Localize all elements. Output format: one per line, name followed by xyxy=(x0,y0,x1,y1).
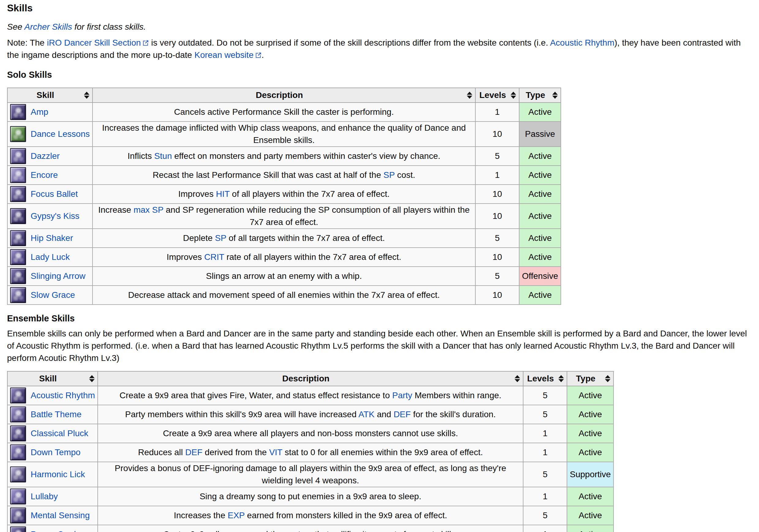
description-cell: Increase max SP and SP regeneration whil… xyxy=(93,204,475,229)
description-cell: Increases the EXP earned from monsters k… xyxy=(98,506,523,525)
levels-cell: 5 xyxy=(475,267,519,285)
table-row: Battle ThemeParty members within this sk… xyxy=(7,405,614,424)
exp-link[interactable]: EXP xyxy=(227,511,245,520)
skill-link[interactable]: Encore xyxy=(31,169,58,181)
header-row: SkillDescriptionLevelsType xyxy=(7,371,614,386)
sort-icon[interactable] xyxy=(605,375,611,382)
type-badge-cell: Active xyxy=(567,405,614,424)
skill-link[interactable]: Hip Shaker xyxy=(31,232,73,244)
atk-link[interactable]: ATK xyxy=(358,409,374,419)
column-header-skill[interactable]: Skill xyxy=(7,371,98,386)
table-row: Dance LessonsIncreases the damage inflic… xyxy=(7,122,561,147)
type-badge-cell: Offensive xyxy=(519,267,561,285)
column-header-description[interactable]: Description xyxy=(93,88,475,102)
skill-link[interactable]: Mental Sensing xyxy=(31,509,90,522)
skill-link[interactable]: Slow Grace xyxy=(31,289,75,301)
sort-icon[interactable] xyxy=(515,375,520,382)
skill-icon xyxy=(10,186,26,202)
description-cell: Sing a dreamy song to put enemies in a 9… xyxy=(98,487,523,506)
skill-link[interactable]: Harmonic Lick xyxy=(31,468,85,480)
skill-icon xyxy=(10,148,26,164)
table-row: Slinging ArrowSlings an arrow at an enem… xyxy=(7,267,561,285)
skill-link[interactable]: Dazzler xyxy=(31,150,60,162)
max-sp-link[interactable]: max SP xyxy=(134,205,164,214)
type-badge-cell: Active xyxy=(519,147,561,166)
sort-icon[interactable] xyxy=(552,92,558,99)
skill-link[interactable]: Power Cord xyxy=(31,528,76,532)
skill-icon xyxy=(10,426,26,441)
skill-link[interactable]: Dance Lessons xyxy=(31,128,90,140)
skill-link[interactable]: Down Tempo xyxy=(31,446,81,459)
description-cell: Provides a bonus of DEF-ignoring damage … xyxy=(98,462,523,487)
def-link[interactable]: DEF xyxy=(185,447,202,457)
column-header-levels[interactable]: Levels xyxy=(475,88,519,102)
column-header-type[interactable]: Type xyxy=(519,88,561,102)
sort-icon[interactable] xyxy=(84,92,90,99)
text-segment: Cast a 9x9 cell area around the casters … xyxy=(163,530,458,532)
skill-link[interactable]: Focus Ballet xyxy=(31,188,78,200)
skill-link[interactable]: Slinging Arrow xyxy=(31,270,86,282)
skill-link[interactable]: Classical Pluck xyxy=(31,427,88,439)
crit-link[interactable]: CRIT xyxy=(204,252,224,262)
skill-cell: Slinging Arrow xyxy=(7,267,93,285)
party-link[interactable]: Party xyxy=(392,391,412,400)
archer-skills-link[interactable]: Archer Skills xyxy=(24,22,72,31)
text-segment: Cancels active Performance Skill the cas… xyxy=(174,107,394,117)
korean-website-link[interactable]: Korean website xyxy=(194,50,254,60)
table-row: Slow GraceDecrease attack and movement s… xyxy=(7,285,561,305)
skill-cell: Lady Luck xyxy=(7,247,93,267)
column-header-type[interactable]: Type xyxy=(567,371,614,386)
column-header-description[interactable]: Description xyxy=(98,371,523,386)
sort-icon[interactable] xyxy=(467,92,472,99)
skill-cell: Amp xyxy=(7,102,93,122)
skill-cell: Classical Pluck xyxy=(7,424,98,443)
skill-link[interactable]: Amp xyxy=(31,106,48,118)
text-segment: Increase xyxy=(98,205,134,214)
levels-cell: 10 xyxy=(475,247,519,267)
skill-icon xyxy=(10,268,26,284)
type-badge-cell: Active xyxy=(567,424,614,443)
vit-link[interactable]: VIT xyxy=(269,447,282,457)
text-segment: and xyxy=(375,409,394,419)
type-badge-cell: Active xyxy=(519,166,561,185)
levels-cell: 1 xyxy=(523,443,567,462)
sort-icon[interactable] xyxy=(511,92,516,99)
sp-link[interactable]: SP xyxy=(215,233,226,243)
external-link-icon xyxy=(254,50,261,60)
text-segment: Improves xyxy=(167,252,204,262)
hit-link[interactable]: HIT xyxy=(216,189,230,199)
def-link[interactable]: DEF xyxy=(394,409,411,419)
text-segment: effect on monsters and party members wit… xyxy=(172,151,440,161)
description-cell: Inflicts Stun effect on monsters and par… xyxy=(93,147,475,166)
skill-link[interactable]: Lady Luck xyxy=(31,251,70,263)
skill-cell: Encore xyxy=(7,166,93,185)
levels-cell: 5 xyxy=(475,229,519,247)
sort-icon[interactable] xyxy=(89,375,95,382)
external-link-icon xyxy=(141,38,149,48)
stun-link[interactable]: Stun xyxy=(154,151,172,161)
skill-link[interactable]: Lullaby xyxy=(31,490,58,503)
acoustic-rhythm-link[interactable]: Acoustic Rhythm xyxy=(550,38,615,48)
text-segment: of all players within the 7x7 area of ef… xyxy=(230,189,390,199)
header-row: SkillDescriptionLevelsType xyxy=(7,88,561,102)
skill-cell: Focus Ballet xyxy=(7,185,93,204)
skill-icon xyxy=(10,388,26,403)
description-cell: Decrease attack and movement speed of al… xyxy=(93,285,475,305)
iro-dancer-skill-section-link[interactable]: iRO Dancer Skill Section xyxy=(47,38,141,48)
skill-link[interactable]: Battle Theme xyxy=(31,408,81,421)
column-header-skill[interactable]: Skill xyxy=(7,88,93,102)
table-row: AmpCancels active Performance Skill the … xyxy=(7,102,561,122)
description-cell: Slings an arrow at an enemy with a whip. xyxy=(93,267,475,285)
type-badge-cell: Active xyxy=(567,525,614,532)
description-cell: Recast the last Performance Skill that w… xyxy=(93,166,475,185)
column-header-levels[interactable]: Levels xyxy=(523,371,567,386)
sp-link[interactable]: SP xyxy=(383,170,395,180)
sort-icon[interactable] xyxy=(558,375,564,382)
skill-link[interactable]: Acoustic Rhythm xyxy=(31,389,95,401)
levels-cell: 1 xyxy=(475,166,519,185)
skill-link[interactable]: Gypsy's Kiss xyxy=(31,210,79,222)
skill-cell: Slow Grace xyxy=(7,285,93,305)
text-segment: Provides a bonus of DEF-ignoring damage … xyxy=(115,463,506,485)
levels-cell: 5 xyxy=(475,147,519,166)
text-segment: stat to 0 for all enemies within the 9x9… xyxy=(282,447,483,457)
